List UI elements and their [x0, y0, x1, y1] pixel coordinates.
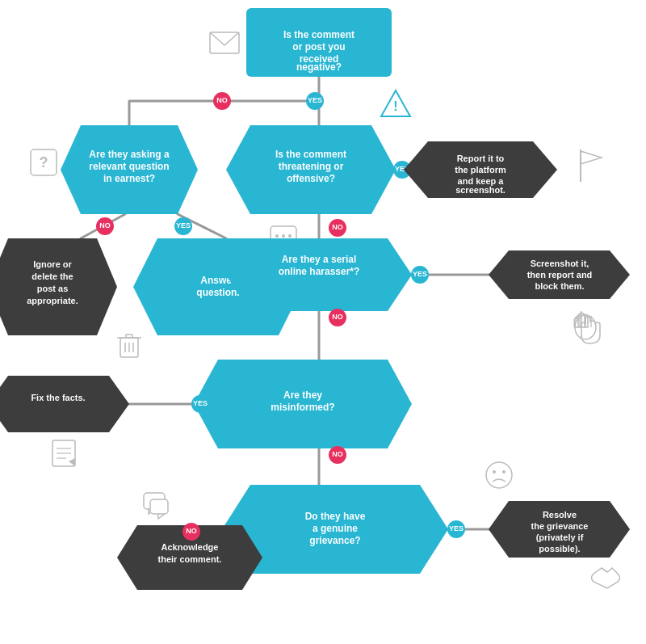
flowchart: Is the comment or post you received nega…	[0, 0, 646, 644]
svg-text:YES: YES	[193, 399, 208, 407]
handshake-icon	[592, 568, 620, 588]
svg-text:grievance?: grievance?	[309, 535, 360, 546]
svg-text:Resolve: Resolve	[543, 510, 577, 520]
svg-text:Report it to: Report it to	[457, 154, 505, 163]
svg-text:Is the comment: Is the comment	[275, 149, 346, 160]
svg-text:NO: NO	[216, 96, 228, 104]
svg-marker-32	[581, 151, 602, 164]
svg-text:Acknowledge: Acknowledge	[162, 542, 219, 552]
svg-text:Are they: Are they	[283, 389, 322, 401]
svg-text:then report and: then report and	[527, 270, 593, 280]
screenshot-report-node: Screenshot it, then report and block the…	[489, 250, 630, 299]
svg-point-88	[493, 470, 496, 474]
svg-text:NO: NO	[332, 223, 343, 231]
svg-text:Are they asking a: Are they asking a	[89, 149, 170, 160]
svg-text:!: !	[393, 99, 397, 113]
misinformed-node: Are they misinformed?	[194, 360, 412, 448]
ask-question-node: Are they asking a relevant question in e…	[61, 125, 198, 214]
svg-text:NO: NO	[186, 527, 197, 535]
svg-point-87	[486, 462, 512, 488]
svg-text:question.: question.	[196, 287, 239, 298]
resolve-node: Resolve the grievance (privately if poss…	[489, 501, 630, 558]
svg-text:Is the comment: Is the comment	[283, 29, 354, 40]
start-node: Is the comment or post you received nega…	[246, 8, 392, 77]
svg-text:online harasser*?: online harasser*?	[279, 266, 360, 277]
svg-text:the platform: the platform	[455, 165, 506, 175]
trash-icon	[117, 335, 141, 357]
svg-point-52	[282, 234, 285, 238]
svg-text:possible).: possible).	[539, 544, 580, 554]
svg-text:?: ?	[40, 154, 48, 170]
chat-bubbles-icon	[144, 493, 168, 519]
fix-facts-node: Fix the facts.	[0, 376, 129, 432]
svg-text:YES: YES	[176, 221, 191, 229]
svg-text:YES: YES	[413, 270, 427, 278]
threatening-node: Is the comment threatening or offensive?	[226, 125, 396, 214]
svg-text:Fix the facts.: Fix the facts.	[31, 393, 85, 402]
svg-text:offensive?: offensive?	[287, 173, 335, 184]
svg-text:their comment.: their comment.	[158, 554, 222, 564]
svg-text:or post you: or post you	[292, 41, 345, 53]
stop-hand-icon	[574, 311, 596, 339]
svg-text:YES: YES	[308, 96, 322, 104]
svg-text:negative?: negative?	[296, 61, 342, 73]
svg-text:(privately if: (privately if	[536, 532, 584, 542]
warning-icon: !	[381, 90, 410, 116]
svg-text:NO: NO	[332, 313, 343, 321]
svg-text:Are they a serial: Are they a serial	[282, 254, 357, 265]
ignore-delete-node: Ignore or delete the post as appropriate…	[0, 238, 117, 335]
svg-text:a genuine: a genuine	[313, 523, 358, 534]
document-icon	[52, 440, 75, 466]
svg-marker-86	[69, 458, 75, 466]
sad-icon	[486, 462, 512, 488]
svg-text:block them.: block them.	[535, 281, 584, 291]
report-platform-node: Report it to the platform and keep a scr…	[404, 141, 557, 198]
svg-rect-108	[150, 499, 168, 514]
svg-text:Do they have: Do they have	[305, 511, 366, 522]
question-icon: ?	[31, 149, 57, 175]
svg-text:misinformed?: misinformed?	[271, 402, 334, 413]
svg-text:the grievance: the grievance	[531, 521, 589, 531]
svg-text:post as: post as	[37, 284, 69, 293]
svg-text:NO: NO	[332, 450, 343, 458]
svg-text:threatening or: threatening or	[279, 161, 344, 172]
svg-text:delete the: delete the	[31, 271, 73, 281]
svg-point-89	[502, 470, 505, 474]
email-icon	[210, 32, 239, 53]
svg-text:in earnest?: in earnest?	[103, 173, 155, 184]
serial-harasser-node: Are they a serial online harasser*?	[226, 238, 412, 311]
svg-text:NO: NO	[99, 221, 111, 229]
flag-icon	[581, 149, 602, 182]
svg-line-103	[602, 568, 607, 572]
svg-text:YES: YES	[449, 524, 464, 532]
svg-point-51	[275, 234, 279, 238]
svg-text:Screenshot it,: Screenshot it,	[531, 259, 589, 268]
svg-text:appropriate.: appropriate.	[27, 296, 78, 305]
svg-text:relevant question: relevant question	[89, 161, 169, 172]
svg-marker-80	[0, 376, 129, 432]
svg-text:screenshot.: screenshot.	[455, 185, 505, 195]
svg-point-53	[288, 234, 292, 238]
svg-text:Ignore or: Ignore or	[33, 259, 72, 269]
